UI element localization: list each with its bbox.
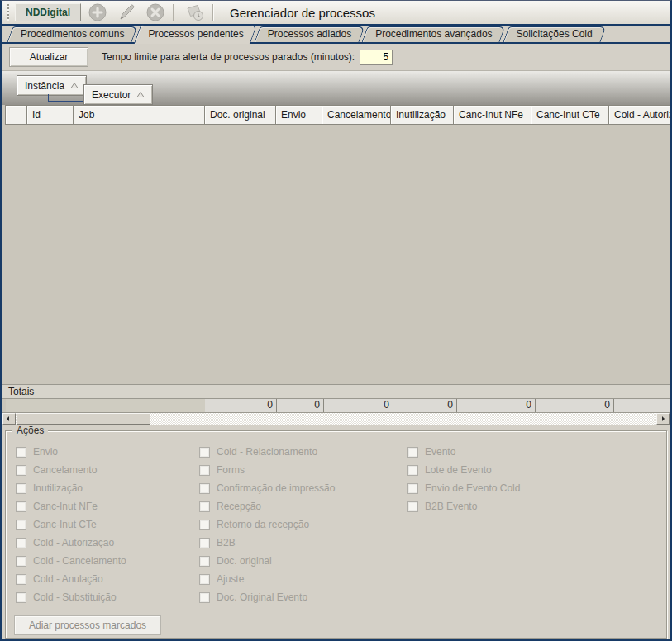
delete-x-icon bbox=[145, 2, 165, 22]
tab-label: Procedimentos avançados bbox=[375, 28, 492, 40]
checkbox[interactable] bbox=[199, 556, 210, 567]
column-header[interactable]: Inutilização bbox=[390, 105, 454, 125]
sort-ascending-icon bbox=[70, 82, 79, 89]
checkbox[interactable] bbox=[199, 501, 210, 512]
grid-viewport bbox=[2, 125, 670, 384]
add-button[interactable] bbox=[85, 2, 110, 23]
checkbox-label[interactable]: Retorno da recepção bbox=[217, 519, 309, 530]
checkbox-label[interactable]: Recepção bbox=[217, 501, 261, 512]
checkbox-label[interactable]: Evento bbox=[425, 446, 455, 458]
checkbox-label[interactable]: Canc-Inut CTe bbox=[33, 519, 97, 530]
action-checkbox-row: Ajuste bbox=[199, 570, 335, 588]
edit-button[interactable] bbox=[114, 2, 139, 23]
checkbox-label[interactable]: Cold - Substituição bbox=[33, 591, 117, 603]
scrollbar-thumb[interactable] bbox=[17, 413, 150, 425]
checkbox-label[interactable]: Envio bbox=[33, 446, 58, 458]
checkbox-label[interactable]: Forms bbox=[217, 464, 245, 476]
add-icon bbox=[88, 2, 107, 22]
group-hierarchy-connector bbox=[48, 94, 83, 102]
checkbox[interactable] bbox=[199, 592, 210, 603]
tab[interactable]: Processos adiados bbox=[257, 26, 362, 42]
process-manager-window: NDDigital bbox=[0, 0, 672, 641]
group-button-label: Executor bbox=[92, 89, 131, 101]
action-checkbox-row: Canc-Inut NFe bbox=[16, 497, 126, 515]
action-checkbox-row: Envio de Evento Cold bbox=[407, 479, 520, 497]
refresh-button[interactable]: Atualizar bbox=[9, 47, 88, 67]
totals-value-cell: 0 bbox=[393, 399, 457, 412]
tab[interactable]: Procedimentos comuns bbox=[10, 26, 135, 42]
checkbox-label[interactable]: Cold - Relacionamento bbox=[217, 446, 317, 458]
checkbox[interactable] bbox=[407, 465, 418, 476]
grid-column-headers: Id Job Doc. original Envio Cancelamento … bbox=[2, 105, 670, 125]
column-header[interactable]: Envio bbox=[275, 105, 322, 125]
tab-strip: Procedimentos comuns Processos pendentes… bbox=[2, 26, 670, 44]
actions-column-1: Envio Cancelamento Inutilização Canc-Inu… bbox=[16, 443, 126, 606]
checkbox[interactable] bbox=[199, 483, 210, 494]
column-header[interactable]: Cancelamento bbox=[322, 105, 391, 125]
group-button-executor[interactable]: Executor bbox=[83, 84, 153, 105]
toolbar-grip-handle[interactable] bbox=[7, 4, 9, 21]
tab[interactable]: Processos pendentes bbox=[137, 25, 254, 44]
tab[interactable]: Solicitações Cold bbox=[506, 26, 603, 42]
action-checkbox-row: Forms bbox=[199, 461, 335, 479]
action-checkbox-row: Doc. original bbox=[199, 552, 335, 570]
totals-value-cell: 0 bbox=[205, 399, 277, 412]
totals-cells: 0 0 0 0 0 0 bbox=[205, 399, 670, 412]
postpone-button[interactable] bbox=[183, 2, 207, 23]
defer-marked-processes-button[interactable]: Adiar processos marcados bbox=[14, 615, 161, 635]
checkbox-label[interactable]: Doc. Original Evento bbox=[217, 591, 307, 603]
scroll-right-arrow-icon[interactable] bbox=[656, 413, 670, 425]
action-checkbox-row: Cold - Substituição bbox=[16, 588, 126, 606]
checkbox-label[interactable]: Cancelamento bbox=[33, 464, 97, 476]
checkbox[interactable] bbox=[16, 538, 26, 548]
horizontal-scrollbar[interactable] bbox=[2, 412, 670, 425]
checkbox[interactable] bbox=[16, 483, 26, 494]
checkbox-label[interactable]: Doc. original bbox=[217, 555, 272, 567]
column-header[interactable]: Doc. original bbox=[204, 105, 276, 125]
checkbox[interactable] bbox=[407, 483, 418, 494]
checkbox[interactable] bbox=[199, 538, 210, 548]
checkbox[interactable] bbox=[199, 447, 210, 458]
tab[interactable]: Procedimentos avançados bbox=[365, 26, 503, 42]
checkbox-label[interactable]: B2B bbox=[217, 537, 236, 548]
timeout-input[interactable] bbox=[360, 50, 393, 65]
checkbox-label[interactable]: Lote de Evento bbox=[425, 464, 492, 476]
column-header[interactable]: Cold - Autorização bbox=[608, 105, 670, 125]
checkbox[interactable] bbox=[16, 556, 26, 567]
checkbox-label[interactable]: Ajuste bbox=[217, 573, 244, 585]
action-checkbox-row: Cancelamento bbox=[16, 461, 126, 479]
checkbox[interactable] bbox=[16, 465, 26, 476]
checkbox-label[interactable]: Inutilização bbox=[33, 482, 83, 494]
checkbox[interactable] bbox=[16, 520, 26, 530]
checkbox[interactable] bbox=[16, 501, 26, 512]
checkbox-label[interactable]: Cold - Autorização bbox=[33, 537, 114, 548]
group-button-instancia[interactable]: Instância bbox=[17, 75, 87, 96]
checkbox[interactable] bbox=[199, 465, 210, 476]
app-title: Gerenciador de processos bbox=[230, 6, 375, 20]
checkbox[interactable] bbox=[16, 447, 26, 458]
column-header[interactable] bbox=[5, 105, 27, 125]
toolbar-separator bbox=[212, 4, 213, 21]
column-header[interactable]: Canc-Inut CTe bbox=[531, 105, 609, 125]
checkbox-label[interactable]: Cold - Cancelamento bbox=[33, 555, 126, 567]
edit-pencil-icon bbox=[117, 2, 136, 22]
checkbox[interactable] bbox=[16, 592, 26, 603]
column-header[interactable]: Job bbox=[73, 105, 205, 125]
checkbox-label[interactable]: Canc-Inut NFe bbox=[33, 501, 98, 512]
controls-row: Atualizar Tempo limite para alerta de pr… bbox=[2, 44, 670, 70]
column-header[interactable]: Canc-Inut NFe bbox=[453, 105, 531, 125]
checkbox-label[interactable]: B2B Evento bbox=[425, 501, 477, 512]
checkbox[interactable] bbox=[407, 501, 418, 512]
checkbox-label[interactable]: Envio de Evento Cold bbox=[425, 482, 520, 494]
checkbox-label[interactable]: Confirmação de impressão bbox=[217, 482, 335, 494]
checkbox[interactable] bbox=[407, 447, 418, 458]
checkbox[interactable] bbox=[16, 574, 26, 585]
checkbox[interactable] bbox=[199, 574, 210, 585]
column-header[interactable]: Id bbox=[26, 105, 74, 125]
scroll-left-arrow-icon[interactable] bbox=[2, 413, 16, 425]
checkbox[interactable] bbox=[199, 520, 210, 530]
nddigital-button[interactable]: NDDigital bbox=[15, 3, 81, 21]
group-by-panel: Instância Executor bbox=[2, 70, 670, 105]
delete-button[interactable] bbox=[143, 2, 168, 23]
checkbox-label[interactable]: Cold - Anulação bbox=[33, 573, 103, 585]
